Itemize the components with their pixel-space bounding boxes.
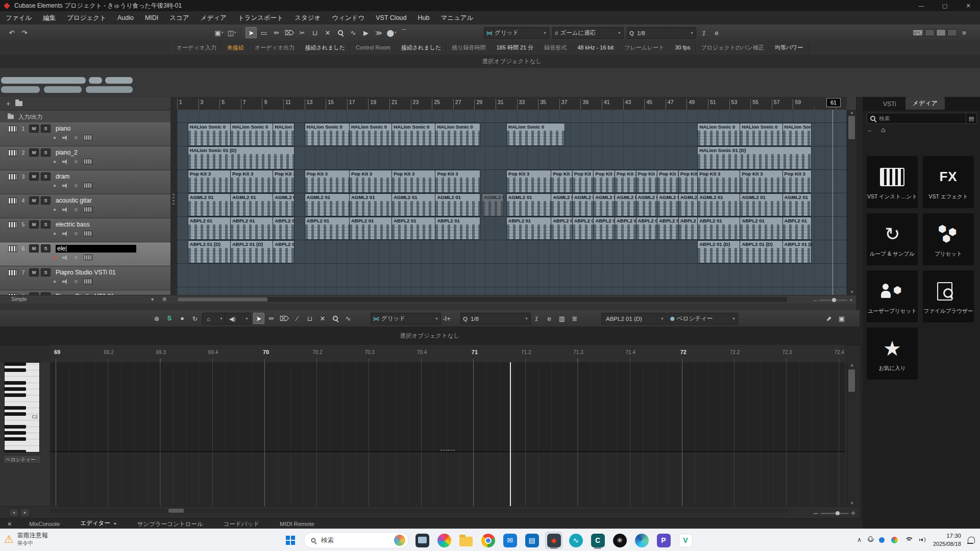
scroll-down-arrow[interactable]: ▼ [847, 501, 856, 506]
midi-clip[interactable]: Pop Kit 3 [636, 170, 658, 193]
workspace-combo[interactable]: ▣▾ [213, 27, 225, 38]
mail-app-icon[interactable]: ✉ [501, 532, 519, 549]
midi-clip[interactable]: Pop Kit 3 [435, 170, 480, 193]
midi-clip[interactable]: ABPL2 01 [740, 217, 782, 240]
onscreen-keyboard-button[interactable]: ⌨ [912, 27, 923, 38]
track-row-piano[interactable]: 1MSpiano●e [0, 122, 170, 146]
midi-clip[interactable]: Pop Kit 3 [273, 170, 295, 193]
purple-app-icon[interactable]: P [655, 532, 672, 549]
cubase-app-icon[interactable]: ◆ [545, 532, 562, 549]
lane-piano[interactable]: HALion Sonic 0HALion Sonic 0HALion Sonic… [177, 122, 847, 146]
midi-clip[interactable]: Pop Kit 3 [572, 170, 594, 193]
monitor-button[interactable] [62, 183, 68, 188]
black-key[interactable] [5, 437, 26, 441]
track-name[interactable]: Piapro Studio VSTi 01 [56, 269, 116, 276]
pin-icon[interactable]: ⊕ [151, 313, 162, 324]
track-row-Piapro-Studio-VSTi-01[interactable]: 7MSPiapro Studio VSTi 01●e [0, 266, 170, 290]
monitor-button[interactable] [62, 159, 68, 164]
midi-clip[interactable]: ABPL2 01 [188, 217, 231, 240]
microsoft-store-icon[interactable]: ▤ [523, 532, 541, 549]
midi-clip[interactable]: ABPL2 01 [678, 217, 698, 240]
taskbar-search[interactable]: 検索 [304, 532, 409, 548]
status-オーディオ入力[interactable]: オーディオ入力未接続 [172, 43, 250, 53]
event-display[interactable]: HALion Sonic 0HALion Sonic 0HALion Sonic… [177, 110, 847, 295]
chevron-up-icon[interactable]: ∧ [857, 536, 862, 543]
snap-icon[interactable]: ⋈ [486, 30, 493, 37]
timeline-ruler[interactable]: 1357911131517192123252729313335373941434… [177, 97, 847, 110]
monitor-button[interactable] [62, 231, 68, 236]
solo-button[interactable]: S [41, 268, 51, 277]
editor-trim-tool[interactable]: ∕ [291, 313, 303, 324]
curve-tool[interactable]: ⌒ [399, 27, 410, 38]
midi-clip[interactable]: AGML2 01 [782, 193, 812, 216]
midi-clip[interactable]: Pop Kit 3 [551, 170, 573, 193]
track-row-ele[interactable]: 6MSele●e [0, 242, 170, 266]
editor-line-tool[interactable]: ∿ [342, 313, 354, 324]
file-explorer-icon[interactable] [457, 532, 475, 549]
midi-clip[interactable]: HALion Sonic 0 [506, 123, 565, 146]
editor-setup-icon[interactable]: ▣ [836, 313, 847, 324]
menu-Hub[interactable]: Hub [412, 11, 435, 24]
taskbar-clock[interactable]: 17:30 2025/08/18 [933, 532, 961, 547]
start-button[interactable] [282, 532, 299, 549]
voice-app-icon[interactable]: V [677, 532, 694, 549]
track-row-electric-bass[interactable]: 5MSelectric bass●e [0, 218, 170, 242]
midi-clip[interactable]: Pop Kit 3 [188, 170, 231, 193]
media-search-input[interactable]: 検索 [867, 113, 969, 124]
midi-clip[interactable]: Pop Kit 3 [615, 170, 636, 193]
midi-clip[interactable]: HALion Sonic 0 [697, 123, 740, 146]
menu-スコア[interactable]: スコア [164, 11, 194, 24]
tab-MIDI Remote[interactable]: MIDI Remote [270, 519, 325, 529]
zoom-slider-handle[interactable] [836, 511, 840, 515]
black-key[interactable] [5, 412, 26, 416]
track-name-input[interactable]: ele [56, 245, 136, 253]
scrub-tool[interactable]: ≫ [373, 27, 384, 38]
track-name[interactable]: electric bass [56, 221, 90, 228]
black-key[interactable] [5, 387, 26, 391]
mute-tool[interactable]: ✕ [322, 27, 333, 38]
controller-lane-select[interactable]: ⬤ ベロシティー [668, 313, 738, 324]
midi-clip[interactable]: AGML2 01 [697, 193, 740, 216]
midi-clip[interactable]: ABPL2 01 [593, 217, 615, 240]
comp-tool[interactable]: ∿ [348, 27, 359, 38]
midi-clip[interactable]: ABPL2 01 [615, 217, 636, 240]
note-display-grid[interactable] [50, 362, 845, 506]
status-オーディオ出力[interactable]: オーディオ出力接続されました [250, 43, 351, 53]
midi-clip[interactable]: ABPL2 01 (D) [273, 240, 295, 263]
black-key[interactable] [5, 406, 26, 410]
mute-button[interactable]: M [29, 124, 39, 133]
midi-clip[interactable]: ABPL2 01 [657, 217, 679, 240]
right-zone-toggle[interactable] [947, 29, 957, 36]
menu-マニュアル[interactable]: マニュアル [435, 11, 479, 24]
track-settings-gear-icon[interactable]: ⚙ [162, 296, 167, 302]
home-icon[interactable]: ⌂ [881, 126, 885, 134]
weather-widget[interactable]: ⚠ 雷雨注意報 発令中 [4, 531, 48, 547]
midi-clip[interactable]: ABPL2 01 (D) [697, 240, 740, 263]
edit-channel-button[interactable]: e [75, 207, 78, 212]
midi-clip[interactable]: Pop Kit 3 [678, 170, 698, 193]
record-arm-button[interactable]: ● [53, 135, 56, 140]
scrollbar-thumb[interactable] [848, 116, 855, 139]
mute-button[interactable]: M [29, 196, 39, 205]
menu-VST Cloud[interactable]: VST Cloud [370, 11, 412, 24]
midi-clip[interactable]: Pop Kit 3 [657, 170, 679, 193]
setup-toolbar-button[interactable]: ≡ [959, 27, 970, 38]
black-key[interactable] [5, 381, 26, 385]
menu-MIDI[interactable]: MIDI [139, 11, 164, 24]
editor-draw-tool[interactable]: ✏ [266, 313, 277, 324]
edit-channel-button[interactable]: e [75, 159, 78, 164]
lane-ele[interactable]: ABPL2 01 (D)ABPL2 01 (D)ABPL2 01 (D)ABPL… [177, 240, 847, 264]
range-selection-tool[interactable]: ▭ [258, 27, 270, 38]
open-in-window-icon[interactable]: ⬈ [823, 313, 835, 324]
close-button[interactable]: ✕ [957, 0, 980, 11]
midi-clip[interactable]: AGML2 01 [572, 193, 594, 216]
midi-clip[interactable]: ABPL2 01 (D) [188, 240, 231, 263]
midi-clip[interactable]: HALion Sonic 0 [230, 123, 273, 146]
loops-samples-tile[interactable]: ↻ループ & サンプル [867, 213, 918, 265]
editor-object-selection-tool[interactable]: ➤ [253, 313, 264, 324]
color-ball-tray-icon[interactable] [891, 537, 898, 543]
midi-clip[interactable]: HALion Sonic 0 [188, 123, 231, 146]
rack-tab-メディア[interactable]: メディア [905, 97, 945, 110]
edited-part-select[interactable]: ABPL2 01 (D) [601, 313, 667, 324]
volume-icon[interactable] [919, 537, 926, 543]
